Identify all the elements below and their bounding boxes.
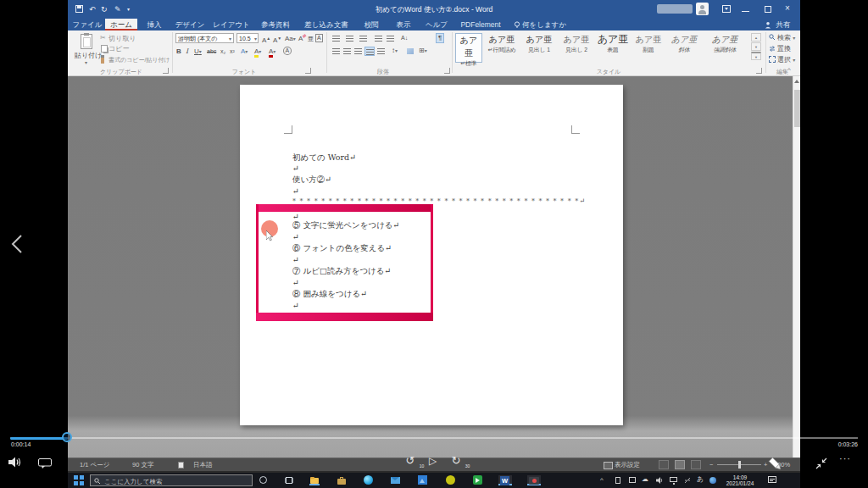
exit-fullscreen-icon[interactable] (815, 457, 828, 470)
web-layout-button[interactable] (691, 460, 701, 469)
tray-onedrive-cloud-icon[interactable]: ☁ (642, 476, 648, 483)
tray-device-icon[interactable] (615, 477, 620, 484)
tab-view[interactable]: 表示 (388, 19, 419, 30)
share-button[interactable]: 共有 (773, 19, 793, 30)
style-subtitle[interactable]: あア亜副題 (632, 33, 665, 63)
tab-home[interactable]: ホーム (105, 19, 137, 30)
tray-link-icon[interactable] (684, 477, 691, 484)
align-right-icon[interactable] (354, 48, 362, 54)
subscript-icon[interactable]: x₂ (220, 47, 225, 55)
replace-button[interactable]: 置換 (777, 45, 791, 53)
font-color-icon[interactable]: A▾ (269, 47, 275, 56)
progress-bar-track[interactable] (10, 437, 858, 439)
page-count[interactable]: 1/1 ページ (80, 461, 109, 469)
tray-window-icon[interactable] (629, 477, 636, 483)
font-size-combo[interactable]: 10.5▾ (236, 33, 259, 43)
text-effects-icon[interactable]: A▾ (241, 47, 248, 56)
italic-icon[interactable]: I (186, 47, 188, 55)
vertical-scrollbar[interactable] (793, 76, 800, 458)
play-button[interactable]: ▷ (429, 455, 437, 468)
action-center-icon[interactable] (768, 476, 776, 483)
style-title[interactable]: あア亜表題 (596, 33, 630, 63)
multilevel-list-icon[interactable] (359, 36, 367, 42)
tell-me-box[interactable]: 何をしますか (522, 19, 570, 30)
display-settings-button[interactable]: 表示設定 (615, 461, 640, 469)
increase-indent-icon[interactable] (387, 36, 394, 42)
tab-pdfelement[interactable]: PDFelement (454, 19, 507, 30)
tab-file[interactable]: ファイル (71, 19, 103, 30)
borders-icon[interactable]: ⊞▾ (419, 47, 427, 55)
tab-help[interactable]: ヘルプ (420, 19, 453, 30)
align-left-icon[interactable] (332, 48, 340, 54)
zoom-out-button[interactable]: − (709, 461, 713, 469)
font-name-combo[interactable]: 游明朝 (本文の▾ (175, 33, 234, 43)
zoom-slider-handle[interactable] (738, 461, 741, 469)
paste-button[interactable]: 貼り付け ▾ (75, 33, 98, 67)
close-button[interactable]: × (782, 0, 793, 17)
style-no-spacing[interactable]: あア亜↵行間詰め (484, 33, 520, 63)
language-status[interactable]: 日本語 (193, 461, 213, 469)
numbered-list-icon[interactable] (346, 36, 353, 42)
yellow-app-icon[interactable] (446, 475, 455, 485)
word-app-icon[interactable]: W (498, 475, 512, 485)
style-intense-italic[interactable]: あア亜強調斜体 (703, 33, 747, 63)
enclose-characters-icon[interactable]: A (283, 47, 292, 55)
vault-app-icon[interactable] (337, 475, 347, 485)
edge-browser-icon[interactable] (364, 475, 373, 485)
taskbar-clock[interactable]: 14:09 2021/01/24 (721, 474, 760, 486)
styles-gallery-more[interactable]: ▼ (751, 52, 761, 60)
tray-volume-icon[interactable] (656, 477, 664, 484)
underline-icon[interactable]: U▾ (194, 47, 202, 56)
start-button[interactable] (74, 475, 84, 485)
taskbar-search-box[interactable]: ここに入力して検索 (90, 474, 253, 486)
task-view-icon[interactable] (286, 477, 292, 484)
tab-design[interactable]: デザイン (171, 19, 209, 30)
collapse-ribbon-icon[interactable]: ^ (787, 66, 791, 74)
tray-ime-indicator[interactable]: あ (697, 476, 704, 483)
skip-forward-30-button[interactable]: ↻30 (449, 454, 463, 468)
format-painter-icon[interactable] (101, 55, 104, 64)
captions-icon[interactable] (38, 458, 52, 469)
minimize-button[interactable] (742, 11, 749, 12)
prev-video-button[interactable] (10, 234, 24, 254)
tray-color-dot-icon[interactable] (709, 477, 716, 484)
grow-font-icon[interactable]: A▲ (262, 35, 270, 44)
distribute-icon[interactable] (377, 48, 385, 54)
styles-scroll-down[interactable]: ▼ (751, 42, 761, 51)
line-spacing-icon[interactable]: ↕▾ (392, 47, 398, 55)
find-button[interactable]: 検索 ▾ (777, 34, 795, 42)
select-button[interactable]: 選択 ▾ (777, 56, 795, 64)
font-dialog-launcher[interactable] (305, 68, 311, 74)
show-formatting-marks-icon[interactable]: ¶ (436, 33, 444, 43)
word-count[interactable]: 90 文字 (132, 461, 153, 469)
ribbon-display-options-icon[interactable] (722, 5, 731, 13)
mail-app-icon[interactable] (391, 477, 400, 484)
clear-formatting-icon[interactable]: A (298, 35, 303, 42)
tab-review[interactable]: 校閲 (356, 19, 387, 30)
change-case-icon[interactable]: Aa▾ (285, 35, 296, 43)
shading-icon[interactable] (407, 48, 414, 54)
avatar[interactable] (696, 3, 709, 15)
align-center-icon[interactable] (343, 48, 351, 54)
strikethrough-icon[interactable]: abc (207, 47, 216, 55)
shrink-font-icon[interactable]: A▼ (273, 35, 281, 44)
decrease-indent-icon[interactable] (375, 36, 382, 42)
cortana-icon[interactable] (259, 476, 267, 484)
scrollbar-thumb[interactable] (794, 90, 800, 127)
green-app-icon[interactable] (473, 475, 482, 485)
superscript-icon[interactable]: x² (230, 47, 235, 55)
character-border-icon[interactable]: A (315, 34, 323, 42)
restore-button[interactable] (765, 6, 771, 13)
bold-icon[interactable]: B (176, 47, 181, 55)
phonetic-guide-icon[interactable]: 亜 (308, 35, 314, 42)
read-mode-button[interactable] (659, 460, 669, 469)
highlight-color-icon[interactable]: A▾ (254, 47, 261, 56)
style-heading1[interactable]: あア亜見出し 1 (521, 33, 557, 63)
styles-dialog-launcher[interactable] (756, 68, 762, 74)
skip-back-10-button[interactable]: ↺10 (403, 454, 417, 468)
tab-references[interactable]: 参考資料 (254, 19, 297, 30)
justify-icon[interactable] (364, 47, 375, 56)
tab-insert[interactable]: 挿入 (139, 19, 170, 30)
screen-recorder-icon[interactable] (527, 475, 541, 485)
paragraph-dialog-launcher[interactable] (444, 68, 450, 74)
